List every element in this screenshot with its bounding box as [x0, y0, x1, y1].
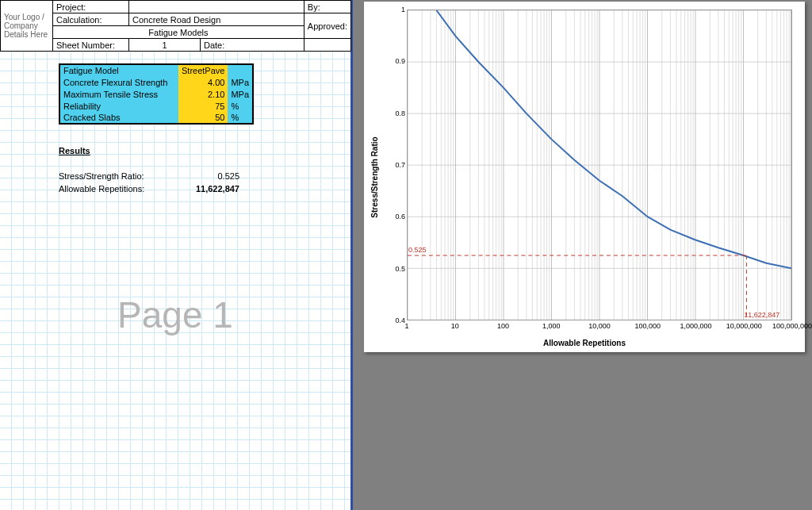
calculation-sub: Fatigue Models — [53, 26, 304, 39]
chart-xtick: 10,000 — [588, 322, 611, 330]
calculation-label: Calculation: — [53, 13, 129, 26]
chart-ytick: 0.4 — [385, 316, 405, 324]
results-heading: Results — [59, 146, 239, 155]
param-unit: % — [228, 100, 253, 112]
fatigue-model-label: Fatigue Model — [59, 64, 178, 76]
chart-ytick: 0.8 — [385, 109, 405, 117]
chart-xtick: 10,000,000 — [726, 322, 762, 330]
chart-yticks: 0.40.50.60.70.80.91 — [385, 10, 405, 320]
sheet-label: Sheet Number: — [53, 39, 129, 52]
chart-xtick: 100,000 — [634, 322, 661, 330]
param-unit: MPa — [228, 76, 253, 88]
param-label: Maximum Tensile Stress — [59, 88, 178, 100]
chart-xtick: 100,000,000 — [772, 322, 812, 330]
chart-plot-area — [407, 10, 792, 320]
param-label: Reliability — [59, 100, 178, 112]
result-value: 0.525 — [184, 170, 239, 182]
parameters-table: Fatigue Model StreetPave Concrete Flexur… — [59, 63, 254, 125]
chart-xtick: 1 — [404, 322, 408, 330]
chart-marker-x-label: 11,622,847 — [744, 311, 779, 319]
chart-ytick: 0.5 — [385, 265, 405, 273]
project-label: Project: — [53, 1, 129, 13]
chart-xlabel: Allowable Repetitions — [364, 339, 805, 347]
project-value[interactable] — [129, 1, 304, 13]
chart-xtick: 100 — [497, 322, 509, 330]
calculation-value[interactable]: Concrete Road Design — [129, 13, 304, 26]
chart-xtick: 1,000 — [542, 322, 561, 330]
spreadsheet-page: Your Logo / Company Details Here Project… — [0, 0, 353, 510]
date-value[interactable] — [304, 39, 350, 52]
chart-card: Stress/Strength Ratio 0.40.50.60.70.80.9… — [364, 2, 805, 352]
results-block: Results Stress/Strength Ratio: 0.525 All… — [59, 146, 239, 195]
param-label: Concrete Flexural Strength — [59, 76, 178, 88]
date-label: Date: — [201, 39, 304, 52]
param-unit: % — [228, 112, 253, 124]
page-watermark: Page 1 — [0, 293, 350, 336]
approved-label: Approved: — [304, 13, 350, 39]
chart-ytick: 0.9 — [385, 57, 405, 65]
chart-ytick: 1 — [385, 6, 405, 13]
fatigue-model-value[interactable]: StreetPave — [178, 64, 228, 76]
param-value[interactable]: 75 — [178, 100, 228, 112]
logo-placeholder: Your Logo / Company Details Here — [1, 1, 53, 52]
chart-ytick: 0.6 — [385, 213, 405, 220]
sheet-value[interactable]: 1 — [129, 39, 201, 52]
chart-xtick: 10 — [451, 322, 459, 330]
param-value[interactable]: 2.10 — [178, 88, 228, 100]
chart-marker-y-label: 0.525 — [408, 246, 427, 254]
chart-ytick: 0.7 — [385, 161, 405, 169]
chart-pane: Stress/Strength Ratio 0.40.50.60.70.80.9… — [353, 0, 812, 510]
param-label: Cracked Slabs — [59, 112, 178, 124]
chart-xtick: 1,000,000 — [680, 322, 711, 330]
param-value[interactable]: 4.00 — [178, 76, 228, 88]
chart-xticks: 1101001,00010,000100,0001,000,00010,000,… — [407, 322, 792, 333]
result-label: Stress/Strength Ratio: — [59, 170, 178, 182]
header-table: Your Logo / Company Details Here Project… — [0, 0, 351, 52]
chart-ylabel: Stress/Strength Ratio — [369, 2, 380, 352]
param-value[interactable]: 50 — [178, 112, 228, 124]
result-value: 11,622,847 — [184, 182, 239, 195]
param-unit: MPa — [228, 88, 253, 100]
result-label: Allowable Repetitions: — [59, 182, 178, 195]
by-label: By: — [304, 1, 350, 13]
